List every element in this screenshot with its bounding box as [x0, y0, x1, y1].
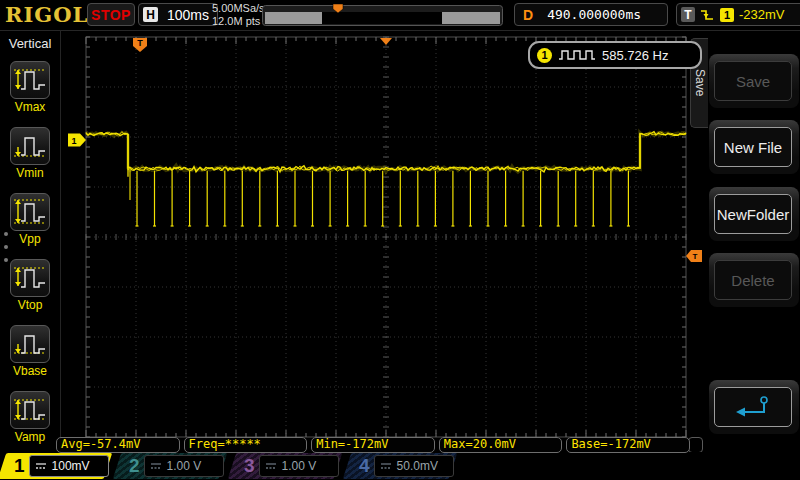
trigger-delay-indicator	[380, 38, 392, 45]
memory-depth: 12.0M pts	[212, 15, 265, 28]
softkey-slot-4: Delete	[709, 253, 799, 307]
scope-display: T1T	[60, 30, 704, 452]
delay-badge: D	[523, 7, 533, 23]
channel3-indicator[interactable]: 31.00 V	[228, 453, 342, 479]
menu-item-vpp: Vpp	[0, 193, 60, 246]
softkey-slot-3: NewFolder	[709, 187, 799, 241]
trigger-level-marker[interactable]: T	[686, 250, 702, 262]
trigger-box[interactable]: T 1 -232mV	[676, 3, 800, 26]
timebase-value: 100ms	[167, 7, 209, 23]
menu-item-vmin: Vmin	[0, 127, 60, 180]
memory-position-overview	[262, 3, 503, 27]
vmin-label: Vmin	[0, 166, 60, 180]
delete-button[interactable]: Delete	[714, 260, 792, 300]
menu-title: Vertical	[0, 36, 60, 51]
measurement-results-bar: Avg=-57.4mVFreq=*****Min=-172mVMax=20.0m…	[56, 437, 690, 453]
measurement-base: Base=-172mV	[566, 437, 690, 453]
softkey-slot-5	[709, 380, 799, 434]
vtop-label: Vtop	[0, 298, 60, 312]
vamp-label: Vamp	[0, 430, 60, 444]
channel3-scale: 1.00 V	[282, 459, 317, 473]
save-button[interactable]: Save	[714, 61, 792, 101]
left-measure-menu: Vertical VmaxVminVppVtopVbaseVamp	[0, 30, 61, 438]
graticule	[86, 37, 686, 437]
menu-item-vbase: Vbase	[0, 325, 60, 378]
channel-status-bar: 1100mV21.00 V31.00 V450.0mV	[0, 452, 800, 480]
channel4-indicator[interactable]: 450.0mV	[343, 453, 457, 479]
menu-item-vamp: Vamp	[0, 391, 60, 444]
softkey-slot-2: New File	[709, 120, 799, 174]
freq-counter-channel-badge: 1	[537, 48, 552, 63]
svg-text:T: T	[137, 38, 143, 48]
return-arrow-icon	[731, 394, 775, 420]
dc-coupling-icon	[265, 461, 277, 471]
channel2-scale: 1.00 V	[167, 459, 202, 473]
channel4-number: 4	[359, 455, 370, 477]
vmin-button[interactable]	[10, 127, 50, 165]
vmax-icon	[11, 62, 49, 98]
vbase-label: Vbase	[0, 364, 60, 378]
top-status-bar: RIGOL STOP H 100ms 5.00MSa/s 12.0M pts D…	[0, 0, 800, 31]
measurement-avg: Avg=-57.4mV	[56, 437, 180, 453]
vbase-button[interactable]	[10, 325, 50, 363]
rigol-logo: RIGOL	[5, 2, 88, 27]
svg-text:T: T	[693, 252, 698, 261]
delay-box[interactable]: D 490.000000ms	[514, 3, 668, 26]
channel3-number: 3	[244, 455, 255, 477]
newfolder-button[interactable]: NewFolder	[714, 194, 792, 234]
horizontal-timebase-box[interactable]: H 100ms	[138, 3, 218, 26]
softkey-slot-1: Save	[709, 54, 799, 108]
svg-text:1: 1	[71, 136, 76, 146]
vbase-icon	[11, 326, 49, 362]
menu-page-dots	[4, 232, 8, 262]
acquisition-info: 5.00MSa/s 12.0M pts	[212, 2, 265, 28]
channel4-scale: 50.0mV	[397, 459, 438, 473]
frequency-value: 585.726 Hz	[602, 48, 669, 63]
menu-item-vmax: Vmax	[0, 61, 60, 114]
vamp-icon	[11, 392, 49, 428]
vpp-label: Vpp	[0, 232, 60, 246]
vtop-icon	[11, 260, 49, 296]
trigger-position-marker[interactable]: T	[133, 38, 147, 52]
channel1-number: 1	[14, 455, 25, 477]
vmin-icon	[11, 128, 49, 164]
channel1-scale: 100mV	[52, 459, 90, 473]
channel2-indicator[interactable]: 21.00 V	[113, 453, 227, 479]
square-wave-icon	[558, 48, 596, 62]
trigger-badge: T	[681, 7, 695, 22]
dc-coupling-icon	[35, 461, 47, 471]
vpp-icon	[11, 194, 49, 230]
run-state-indicator: STOP	[87, 3, 135, 26]
new-file-button[interactable]: New File	[714, 127, 792, 167]
channel1-indicator[interactable]: 1100mV	[0, 453, 112, 479]
frequency-counter: 1 585.726 Hz	[528, 41, 702, 69]
right-soft-menu: Save SaveNew FileNewFolderDelete	[690, 30, 800, 438]
vpp-button[interactable]	[10, 193, 50, 231]
measurement-max: Max=20.0mV	[439, 437, 563, 453]
falling-edge-icon	[700, 7, 715, 22]
measurement-min: Min=-172mV	[311, 437, 435, 453]
back-button[interactable]	[714, 387, 792, 427]
h-badge: H	[143, 7, 158, 22]
channel2-number: 2	[129, 455, 140, 477]
dc-coupling-icon	[150, 461, 162, 471]
measurement-freq: Freq=*****	[184, 437, 308, 453]
dc-coupling-icon	[380, 461, 392, 471]
delay-value: 490.000000ms	[547, 7, 641, 22]
vmax-label: Vmax	[0, 100, 60, 114]
vamp-button[interactable]	[10, 391, 50, 429]
vtop-button[interactable]	[10, 259, 50, 297]
sample-rate: 5.00MSa/s	[212, 2, 265, 15]
channel1-ground-marker[interactable]: 1	[68, 134, 86, 147]
menu-item-vtop: Vtop	[0, 259, 60, 312]
trigger-source-badge: 1	[720, 8, 734, 22]
trigger-level-value: -232mV	[739, 7, 785, 22]
vmax-button[interactable]	[10, 61, 50, 99]
